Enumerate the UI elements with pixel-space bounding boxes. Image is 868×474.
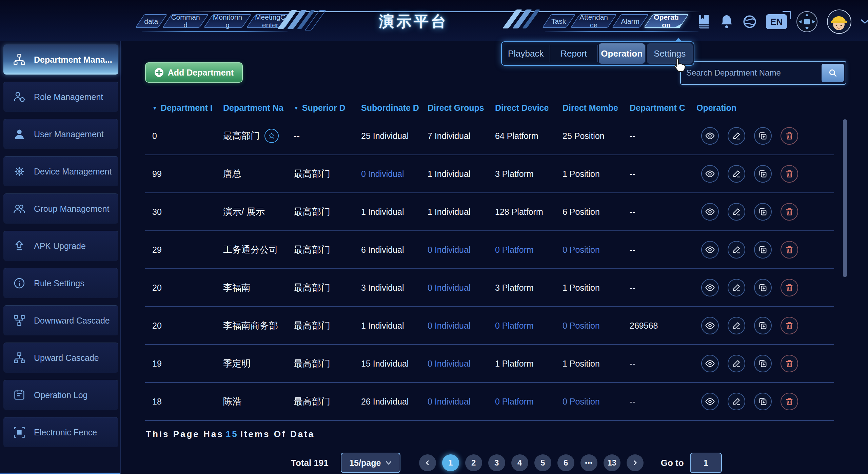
page-button-6[interactable]: 6 — [557, 454, 574, 471]
copy-button[interactable] — [754, 393, 772, 410]
bell-icon[interactable] — [720, 14, 733, 29]
sidebar-item-department-management[interactable]: Department Mana... — [3, 44, 118, 75]
cell-direct-groups[interactable]: 0 Individual — [428, 359, 495, 369]
prev-page-button[interactable] — [419, 454, 436, 471]
cell-direct-groups[interactable]: 0 Individual — [428, 283, 495, 293]
sidebar-item-user-management[interactable]: User Management — [3, 119, 118, 149]
cell-direct-members[interactable]: 0 Position — [563, 321, 630, 331]
copy-button[interactable] — [754, 203, 772, 221]
tab-monitoring[interactable]: Monitoring — [204, 14, 252, 28]
tab-data[interactable]: data — [135, 14, 167, 28]
book-icon[interactable] — [697, 14, 711, 29]
cell-direct-groups[interactable]: 7 Individual — [428, 131, 495, 141]
cell-subordinate[interactable]: 15 Individual — [361, 359, 428, 369]
cell-subordinate[interactable]: 0 Individual — [361, 169, 428, 179]
chevron-down-icon[interactable] — [861, 19, 868, 25]
submenu-item-report[interactable]: Report — [551, 43, 597, 64]
cell-subordinate[interactable]: 25 Individual — [361, 131, 428, 141]
view-button[interactable] — [701, 317, 719, 334]
sidebar-item-role-management[interactable]: Role Management — [3, 82, 118, 112]
cell-direct-members[interactable]: 25 Position — [563, 131, 630, 141]
edit-button[interactable] — [728, 203, 745, 221]
view-button[interactable] — [701, 127, 719, 145]
cell-direct-members[interactable]: 6 Position — [563, 207, 630, 217]
language-en-badge[interactable]: EN — [766, 14, 787, 29]
delete-button[interactable] — [781, 393, 798, 410]
view-button[interactable] — [701, 241, 719, 259]
sidebar-item-device-management[interactable]: Device Management — [3, 156, 118, 186]
cell-direct-groups[interactable]: 0 Individual — [428, 321, 495, 331]
cell-direct-groups[interactable]: 1 Individual — [428, 169, 495, 179]
search-button[interactable] — [822, 64, 844, 82]
page-button-3[interactable]: 3 — [488, 454, 505, 471]
cell-direct-members[interactable]: 1 Position — [563, 359, 630, 369]
delete-button[interactable] — [781, 203, 798, 221]
page-ellipsis-button[interactable]: ••• — [580, 454, 597, 471]
sidebar-item-group-management[interactable]: Group Management — [3, 193, 118, 224]
edit-button[interactable] — [728, 127, 745, 145]
cell-direct-devices[interactable]: 0 Platform — [495, 397, 563, 407]
delete-button[interactable] — [781, 241, 798, 259]
sort-caret-icon[interactable]: ▼ — [294, 105, 299, 111]
add-department-button[interactable]: Add Department — [145, 62, 243, 83]
cell-subordinate[interactable]: 6 Individual — [361, 245, 428, 255]
edit-button[interactable] — [728, 165, 745, 183]
per-page-select[interactable]: 15/page — [341, 453, 400, 473]
tab-attendance[interactable]: Attendance — [571, 14, 617, 28]
tab-task[interactable]: Task — [542, 14, 576, 28]
sidebar-item-downward-cascade[interactable]: Downward Cascade — [3, 305, 118, 335]
copy-button[interactable] — [754, 355, 772, 372]
vertical-scrollbar[interactable] — [843, 119, 847, 277]
cell-direct-devices[interactable]: 3 Platform — [495, 283, 563, 293]
globe-icon[interactable] — [743, 15, 757, 29]
page-button-4[interactable]: 4 — [511, 454, 528, 471]
edit-button[interactable] — [728, 241, 745, 259]
page-button-1[interactable]: 1 — [442, 454, 459, 471]
submenu-item-operation[interactable]: Operation — [599, 43, 645, 64]
edit-button[interactable] — [728, 317, 745, 334]
column-header-direct-devices[interactable]: Direct Device — [495, 103, 563, 113]
pan-compass-icon[interactable] — [796, 11, 818, 33]
sidebar-item-operation-log[interactable]: Operation Log — [3, 380, 118, 410]
cell-direct-devices[interactable]: 1 Platform — [495, 359, 563, 369]
edit-button[interactable] — [728, 355, 745, 372]
cell-direct-devices[interactable]: 0 Platform — [495, 245, 563, 255]
column-header-subordinate-department[interactable]: Subordinate D — [361, 103, 428, 113]
copy-button[interactable] — [754, 241, 772, 259]
sidebar-item-rule-settings[interactable]: Rule Settings — [3, 268, 118, 298]
cell-subordinate[interactable]: 1 Individual — [361, 207, 428, 217]
page-button-5[interactable]: 5 — [534, 454, 551, 471]
delete-button[interactable] — [781, 355, 798, 372]
sidebar-item-upward-cascade[interactable]: Upward Cascade — [3, 343, 118, 373]
goto-page-input[interactable] — [690, 453, 722, 473]
copy-button[interactable] — [754, 279, 772, 296]
sidebar-item-apk-upgrade[interactable]: APK Upgrade — [3, 231, 118, 261]
submenu-item-playback[interactable]: Playback — [503, 43, 549, 64]
view-button[interactable] — [701, 203, 719, 221]
tab-command[interactable]: Command — [162, 14, 209, 28]
cell-direct-devices[interactable]: 128 Platform — [495, 207, 563, 217]
column-header-department-id[interactable]: ▼Department I — [145, 103, 223, 113]
cell-direct-groups[interactable]: 0 Individual — [428, 397, 495, 407]
cell-subordinate[interactable]: 1 Individual — [361, 321, 428, 331]
view-button[interactable] — [701, 279, 719, 296]
column-header-direct-groups[interactable]: Direct Groups — [428, 103, 495, 113]
delete-button[interactable] — [781, 279, 798, 296]
delete-button[interactable] — [781, 317, 798, 334]
cell-subordinate[interactable]: 3 Individual — [361, 283, 428, 293]
user-avatar[interactable] — [827, 9, 851, 34]
cell-direct-groups[interactable]: 0 Individual — [428, 245, 495, 255]
tab-alarm[interactable]: Alarm — [612, 14, 649, 28]
delete-button[interactable] — [781, 127, 798, 145]
view-button[interactable] — [701, 355, 719, 372]
cell-direct-devices[interactable]: 64 Platform — [495, 131, 563, 141]
page-button-13[interactable]: 13 — [604, 454, 620, 471]
copy-button[interactable] — [754, 165, 772, 183]
copy-button[interactable] — [754, 127, 772, 145]
sort-caret-icon[interactable]: ▼ — [152, 105, 157, 111]
column-header-department-name[interactable]: Department Na — [223, 103, 294, 113]
copy-button[interactable] — [754, 317, 772, 334]
column-header-direct-members[interactable]: Direct Membe — [563, 103, 630, 113]
edit-button[interactable] — [728, 393, 745, 410]
cell-direct-devices[interactable]: 0 Platform — [495, 321, 563, 331]
